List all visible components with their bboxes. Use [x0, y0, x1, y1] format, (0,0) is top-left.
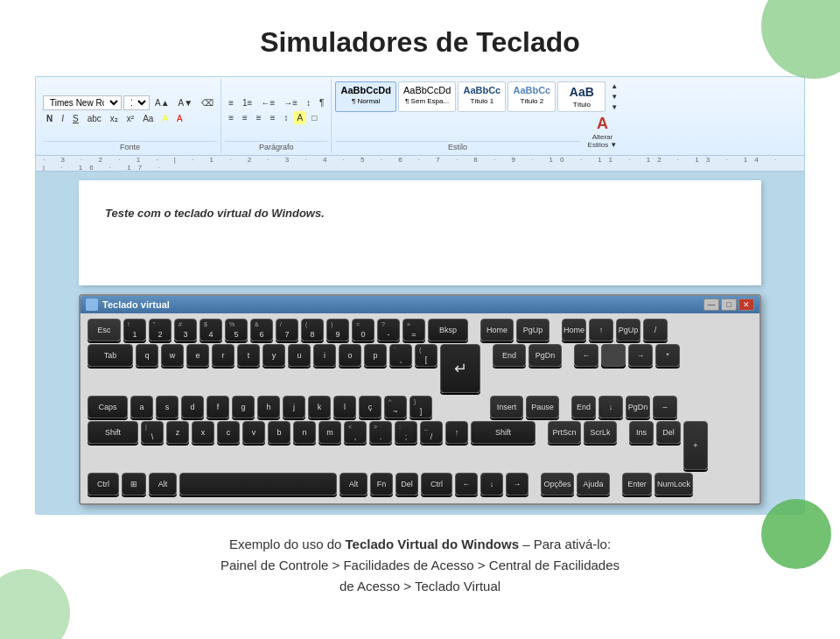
- key-equals[interactable]: »=: [402, 319, 425, 341]
- key-up[interactable]: ↑: [445, 421, 468, 444]
- numkey-left[interactable]: ←: [574, 344, 598, 367]
- line-spacing-btn[interactable]: ↕: [281, 111, 292, 124]
- key-6[interactable]: &6: [250, 319, 273, 341]
- style-titulo1[interactable]: AaBbCc Título 1: [458, 81, 506, 112]
- key-z[interactable]: z: [166, 421, 189, 444]
- style-normal[interactable]: AaBbCcDd ¶ Normal: [335, 81, 396, 112]
- numkey-pgdn[interactable]: PgDn: [626, 396, 650, 418]
- border-btn[interactable]: □: [308, 111, 320, 124]
- key-prtscn[interactable]: PrtScn: [548, 421, 581, 444]
- numkey-home[interactable]: Home: [562, 319, 586, 341]
- key-w[interactable]: w: [161, 344, 184, 367]
- numkey-right[interactable]: →: [628, 344, 653, 367]
- numkey-plus[interactable]: +: [683, 421, 708, 470]
- key-tab[interactable]: Tab: [88, 344, 133, 367]
- key-f[interactable]: f: [206, 396, 229, 418]
- vkbd-maximize-btn[interactable]: □: [721, 298, 737, 311]
- numkey-end[interactable]: End: [571, 396, 596, 418]
- strikethrough-btn[interactable]: abc: [84, 112, 105, 125]
- style-titulo2[interactable]: AaBbCc Título 2: [508, 81, 556, 112]
- key-open-bracket[interactable]: `,: [389, 344, 412, 367]
- key-v[interactable]: v: [242, 421, 265, 444]
- key-opcoes[interactable]: Opções: [541, 473, 574, 495]
- key-9[interactable]: )9: [326, 319, 349, 341]
- key-7[interactable]: /7: [276, 319, 298, 341]
- superscript-btn[interactable]: x²: [123, 112, 137, 125]
- font-name-select[interactable]: Times New Roman: [43, 95, 122, 110]
- key-backslash[interactable]: |\: [141, 421, 164, 444]
- key-slash[interactable]: _/: [420, 421, 443, 444]
- key-pause[interactable]: Pause: [526, 396, 559, 418]
- key-l[interactable]: l: [333, 396, 356, 418]
- key-end[interactable]: End: [493, 344, 526, 367]
- key-enter[interactable]: ↵: [440, 344, 480, 393]
- shading-btn[interactable]: A: [294, 111, 307, 124]
- key-d[interactable]: d: [181, 396, 204, 418]
- key-q[interactable]: q: [136, 344, 158, 367]
- numkey-enter[interactable]: Enter: [622, 473, 652, 495]
- key-close-bracket[interactable]: {[: [415, 344, 438, 367]
- numkey-minus[interactable]: –: [653, 396, 677, 418]
- key-x[interactable]: x: [192, 421, 214, 444]
- vkbd-minimize-btn[interactable]: —: [704, 298, 719, 311]
- key-caps[interactable]: Caps: [88, 396, 128, 418]
- align-center-btn[interactable]: ≡: [239, 111, 251, 124]
- fontcolor-btn[interactable]: A: [173, 112, 186, 125]
- key-space[interactable]: [179, 473, 337, 495]
- key-pgup[interactable]: PgUp: [516, 319, 550, 341]
- key-ctrl-right[interactable]: Ctrl: [421, 473, 452, 495]
- vkbd-close-btn[interactable]: ✕: [738, 298, 754, 311]
- key-left[interactable]: ←: [455, 473, 478, 495]
- numkey-del[interactable]: Del: [656, 421, 681, 444]
- alterar-estilos-btn[interactable]: A AlterarEstilos ▼: [584, 112, 622, 151]
- key-win[interactable]: ⊞: [122, 473, 146, 495]
- indent-inc-btn[interactable]: →≡: [280, 96, 301, 109]
- key-8[interactable]: (8: [301, 319, 324, 341]
- key-5[interactable]: %5: [225, 319, 248, 341]
- key-pipe[interactable]: }]: [410, 396, 432, 418]
- key-minus[interactable]: ?-: [377, 319, 400, 341]
- style-scroll-down[interactable]: ▼: [607, 92, 621, 102]
- key-period[interactable]: >.: [369, 421, 392, 444]
- font-shrink-btn[interactable]: A▼: [175, 96, 197, 109]
- align-justify-btn[interactable]: ≡: [267, 111, 279, 124]
- key-backspace[interactable]: Bksp: [428, 319, 468, 341]
- numkey-ins[interactable]: Ins: [629, 421, 654, 444]
- key-tilde[interactable]: ^~: [384, 396, 407, 418]
- key-shift-left[interactable]: Shift: [88, 421, 138, 444]
- bullets-btn[interactable]: ≡: [225, 96, 237, 109]
- key-j[interactable]: j: [283, 396, 305, 418]
- key-m[interactable]: m: [318, 421, 341, 444]
- key-h[interactable]: h: [257, 396, 280, 418]
- style-titulo[interactable]: AaB Título: [557, 81, 606, 112]
- key-o[interactable]: o: [339, 344, 361, 367]
- align-right-btn[interactable]: ≡: [253, 111, 265, 124]
- font-grow-btn[interactable]: A▲: [151, 96, 173, 109]
- key-y[interactable]: y: [262, 344, 285, 367]
- aa-btn[interactable]: Aa: [139, 112, 157, 125]
- style-scroll-up[interactable]: ▲: [607, 81, 621, 91]
- sort-btn[interactable]: ↕: [303, 96, 314, 109]
- key-p[interactable]: p: [364, 344, 387, 367]
- key-shift-right[interactable]: Shift: [471, 421, 536, 444]
- key-2[interactable]: "2: [149, 319, 172, 341]
- key-esc[interactable]: Esc: [88, 319, 121, 341]
- key-g[interactable]: g: [232, 396, 255, 418]
- key-s[interactable]: s: [156, 396, 178, 418]
- key-t[interactable]: t: [237, 344, 260, 367]
- key-e[interactable]: e: [186, 344, 209, 367]
- key-semicolon[interactable]: :;: [395, 421, 417, 444]
- key-scrlk[interactable]: ScrLk: [584, 421, 617, 444]
- key-ctrl-left[interactable]: Ctrl: [88, 473, 119, 495]
- numkey-down[interactable]: ↓: [598, 396, 623, 418]
- italic-btn[interactable]: I: [58, 112, 67, 125]
- key-4[interactable]: $4: [200, 319, 222, 341]
- key-fn[interactable]: Fn: [370, 473, 393, 495]
- numkey-5[interactable]: [601, 344, 626, 367]
- key-down[interactable]: ↓: [480, 473, 503, 495]
- numkey-up[interactable]: ↑: [589, 319, 613, 341]
- key-ajuda[interactable]: Ajuda: [577, 473, 610, 495]
- key-comma[interactable]: <,: [344, 421, 367, 444]
- key-home[interactable]: Home: [480, 319, 514, 341]
- key-insert[interactable]: Insert: [490, 396, 523, 418]
